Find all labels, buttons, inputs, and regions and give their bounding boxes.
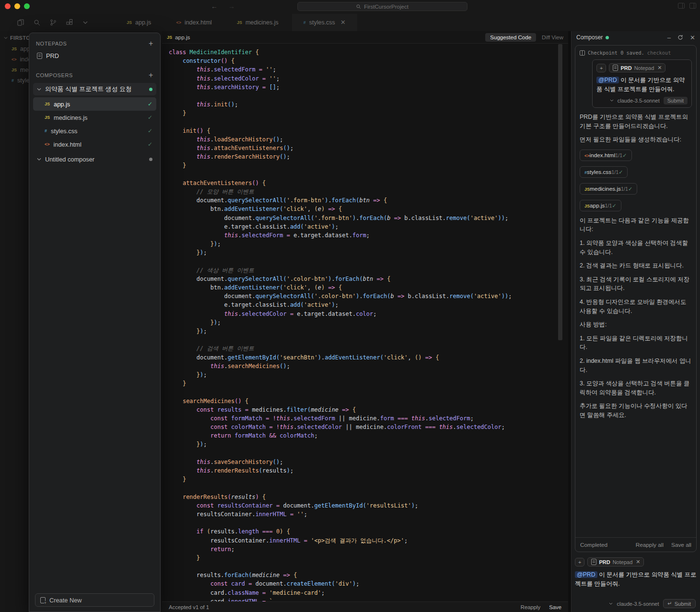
save-all-button[interactable]: Save all: [671, 542, 691, 548]
accepted-status: Accepted v1 of 1: [169, 604, 209, 610]
code-line: // 검색 버튼 이벤트: [169, 344, 568, 353]
code-area[interactable]: class MedicineIdentifier { constructor()…: [162, 44, 568, 601]
notepad-item-prd[interactable]: PRD: [33, 49, 156, 62]
model-selector[interactable]: claude-3.5-sonnet: [617, 601, 659, 607]
save-button[interactable]: Save: [549, 604, 561, 610]
generated-file-chip-medicines.js[interactable]: JSmedicines.js1/1✓: [580, 183, 637, 195]
tab-medicines.js[interactable]: JSmedicines.js: [225, 14, 290, 31]
editor-tabstrip: JSapp.js<>index.htmlJSmedicines.js#style…: [0, 13, 700, 31]
composer-file-styles.css[interactable]: #styles.css✓: [33, 124, 156, 138]
tab-styles.css[interactable]: #styles.css✕: [292, 14, 357, 31]
assistant-messages: PRD를 기반으로 의약품 식별 프로젝트의 기본 구조를 만들어드리겠습니다.…: [580, 113, 692, 419]
composer-group-row[interactable]: 의약품 식별 프로젝트 생성 요청: [33, 83, 156, 95]
checkout-link[interactable]: checkout: [647, 50, 671, 56]
checkpoint-icon: [580, 50, 585, 56]
code-line: }: [169, 554, 568, 562]
remove-chip-icon[interactable]: ✕: [657, 65, 662, 71]
js-file-icon: JS: [45, 115, 50, 120]
submit-button[interactable]: ↵Submit: [663, 599, 696, 608]
code-line: // 모양 버튼 이벤트: [169, 187, 568, 196]
code-line: const colorMatch = !this.selectedColor |…: [169, 423, 568, 431]
diff-view-toggle[interactable]: Diff View: [542, 35, 563, 40]
code-line: constructor() {: [169, 57, 568, 65]
file-chip-count: 1/1: [605, 203, 612, 208]
search-icon[interactable]: [34, 19, 40, 26]
generated-file-chip-styles.css[interactable]: #styles.css1/1✓: [580, 166, 628, 178]
chevron-down-icon: [610, 99, 614, 102]
add-context-button[interactable]: +: [575, 558, 584, 566]
suggested-code-toggle[interactable]: Suggested Code: [485, 33, 536, 42]
toggle-panel-right-icon[interactable]: [689, 3, 696, 9]
code-line: e.target.classList.add('active');: [169, 300, 568, 309]
editor-pane-tab[interactable]: JS app.js: [167, 34, 190, 41]
code-editor-pane[interactable]: JS app.js Suggested Code Diff View class…: [162, 31, 568, 612]
prd-notepad-chip[interactable]: PRD Notepad ✕: [587, 557, 644, 566]
chevron-down-icon[interactable]: [82, 19, 88, 26]
chevron-down-icon: [37, 88, 41, 91]
css-file-icon: #: [12, 78, 14, 83]
close-window-button[interactable]: [5, 3, 11, 9]
untitled-composer-row[interactable]: Untitled composer: [33, 153, 156, 165]
tab-app.js[interactable]: JSapp.js: [115, 14, 163, 31]
close-tab-icon[interactable]: ✕: [340, 19, 346, 26]
window-titlebar: ← → FirstCursorProject: [0, 0, 700, 13]
reapply-all-button[interactable]: Reapply all: [636, 542, 664, 548]
toggle-panel-left-icon[interactable]: [678, 3, 685, 9]
editor-scrollbar[interactable]: [558, 44, 562, 340]
editor-pane-header: JS app.js Suggested Code Diff View: [162, 31, 568, 44]
composer-file-label: styles.css: [51, 127, 77, 135]
composer-file-app.js[interactable]: JSapp.js✓: [33, 97, 156, 111]
minimize-window-button[interactable]: [14, 3, 20, 9]
code-line: this.searchHistory = [];: [169, 83, 568, 92]
tab-label: app.js: [135, 19, 151, 26]
forward-arrow-icon[interactable]: →: [228, 2, 235, 10]
code-line: const resultsContainer = document.getEle…: [169, 501, 568, 510]
tab-label: styles.css: [309, 19, 335, 26]
add-composer-button[interactable]: +: [149, 71, 153, 79]
active-composer-dot: [149, 88, 152, 91]
user-message-box[interactable]: + PRD Notepad ✕ @PRD 이 문서를 기반으로 의약품 식별 프…: [592, 59, 692, 108]
code-line: document.getElementById('searchBtn').add…: [169, 353, 568, 362]
check-icon: ✓: [148, 127, 152, 134]
composer-file-medicines.js[interactable]: JSmedicines.js✓: [33, 111, 156, 124]
remove-chip-icon[interactable]: ✕: [636, 559, 640, 565]
code-line: });: [169, 318, 568, 327]
prd-notepad-chip[interactable]: PRD Notepad ✕: [609, 63, 665, 72]
completed-status: Completed: [580, 542, 607, 548]
traffic-lights: [5, 3, 30, 9]
code-line: btn.addEventListener('click', (e) => {: [169, 283, 568, 292]
chevron-down-icon: [609, 602, 613, 605]
git-branch-icon[interactable]: [50, 19, 57, 26]
file-chip-count: 1/1: [621, 186, 628, 192]
code-line: }: [169, 475, 568, 484]
composer-header: Composer – ✕: [572, 31, 700, 44]
tab-index.html[interactable]: <>index.html: [164, 14, 223, 31]
model-selector[interactable]: claude-3.5-sonnet: [618, 98, 660, 104]
submit-button-disabled[interactable]: Submit: [664, 97, 688, 104]
code-line: this.selectedForm = '';: [169, 65, 568, 74]
prd-mention[interactable]: @PRD: [596, 77, 619, 83]
composer-input-text[interactable]: @PRD 이 문서를 기반으로 의약품 식별 프로젝트를 만들어줘.: [575, 570, 697, 589]
create-new-button[interactable]: Create New: [35, 593, 154, 607]
copy-file-icon[interactable]: [17, 19, 24, 26]
extensions-icon[interactable]: [66, 19, 73, 26]
project-search-bar[interactable]: FirstCursorProject: [297, 2, 467, 11]
generated-file-chip-app.js[interactable]: JSapp.js1/1✓: [580, 200, 621, 211]
js-file-icon: JS: [12, 46, 17, 51]
close-composer-icon[interactable]: ✕: [690, 34, 695, 41]
assistant-paragraph: 이 프로젝트는 다음과 같은 기능을 제공합니다:: [580, 216, 692, 234]
check-icon: ✓: [622, 152, 627, 158]
composer-file-index.html[interactable]: <>index.html✓: [33, 138, 156, 151]
file-chip-label: index.html: [590, 152, 616, 159]
minimize-composer-icon[interactable]: –: [667, 34, 671, 41]
composer-title: Composer: [576, 34, 603, 41]
add-context-button[interactable]: +: [596, 64, 606, 72]
zoom-window-button[interactable]: [24, 3, 30, 9]
prd-mention[interactable]: @PRD: [575, 571, 597, 578]
refresh-icon[interactable]: [677, 35, 683, 40]
composer-input-area[interactable]: + PRD Notepad ✕ @PRD 이 문서를 기반으로 의약품 식별 프…: [575, 555, 697, 609]
add-notepad-button[interactable]: +: [149, 40, 153, 47]
generated-file-chip-index.html[interactable]: <>index.html1/1✓: [580, 150, 632, 161]
back-arrow-icon[interactable]: ←: [211, 2, 218, 10]
reapply-button[interactable]: Reapply: [521, 604, 540, 610]
